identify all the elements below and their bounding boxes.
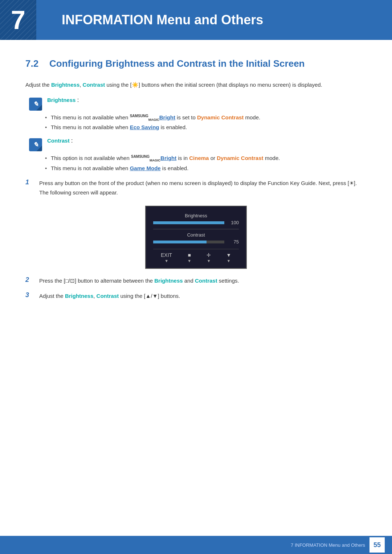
cinema-term: Cinema xyxy=(189,155,209,161)
chapter-number-block: 7 xyxy=(0,0,36,40)
step-2-number: 2 xyxy=(25,276,36,284)
page: 7 INFORMATION Menu and Others 7.2 Config… xyxy=(0,0,392,554)
section-number: 7.2 xyxy=(25,58,44,69)
page-header: 7 INFORMATION Menu and Others xyxy=(0,0,392,40)
brightness-note-block: ✎ Brightness : xyxy=(29,97,367,111)
footer-text: 7 INFORMATION Menu and Others xyxy=(291,542,365,548)
step2-brightness: Brightness xyxy=(154,278,183,284)
contrast-note-content: Contrast : xyxy=(47,138,367,144)
plus-label: ▼ xyxy=(207,259,211,263)
screen-footer-plus: ✛ ▼ xyxy=(207,252,211,263)
screen-footer-exit: EXIT ▼ xyxy=(161,252,172,263)
contrast-note-icon: ✎ xyxy=(29,138,42,151)
screen-brightness-fill xyxy=(153,221,224,224)
contrast-note-label: Contrast xyxy=(47,138,70,144)
step3-brightness: Brightness xyxy=(65,293,93,299)
footer-page-number: 55 xyxy=(369,537,385,553)
screen-contrast-track xyxy=(153,241,224,243)
brightness-colon: : xyxy=(75,97,79,103)
exit-label: ▼ xyxy=(164,259,168,263)
minus-icon: ■ xyxy=(188,252,191,258)
screen-footer-minus: ■ ▼ xyxy=(187,252,191,263)
game-mode-link: Game Mode xyxy=(130,165,161,171)
samsung-superscript: SAMSUNG xyxy=(130,114,148,118)
screen-contrast-label: Contrast xyxy=(153,232,239,238)
step-1: 1 Press any button on the front of the p… xyxy=(25,178,367,197)
screen-brightness-bar-container: 100 xyxy=(153,220,239,225)
contrast-bullet-1: This option is not available when SAMSUN… xyxy=(44,153,367,163)
step-2-text: Press the [□/⊡] button to alternate betw… xyxy=(39,276,367,286)
header-title: INFORMATION Menu and Others xyxy=(62,12,263,28)
step-3-number: 3 xyxy=(25,291,36,299)
contrast-bullet-2: This menu is not available when Game Mod… xyxy=(44,164,367,173)
minus-label: ▼ xyxy=(187,259,191,263)
section-heading: 7.2 Configuring Brightness and Contrast … xyxy=(25,58,367,69)
step-3: 3 Adjust the Brightness, Contrast using … xyxy=(25,291,367,301)
brightness-note-icon: ✎ xyxy=(29,98,42,111)
screen-contrast-bar-container: 75 xyxy=(153,239,239,245)
main-content: 7.2 Configuring Brightness and Contrast … xyxy=(0,40,392,335)
samsung-bright-link: Bright xyxy=(159,114,175,120)
contrast-note-block: ✎ Contrast : xyxy=(29,138,367,151)
screen-mockup-wrapper: Brightness 100 Contrast 75 xyxy=(25,206,367,269)
samsung-superscript-2: SAMSUNG xyxy=(131,155,150,159)
brightness-bullet-2: This menu is not available when Eco Savi… xyxy=(44,123,367,132)
intro-paragraph: Adjust the Brightness, Contrast using th… xyxy=(25,80,367,90)
brightness-note-label: Brightness xyxy=(47,97,75,103)
brightness-bullet-1: This menu is not available when SAMSUNGM… xyxy=(44,113,367,123)
screen-brightness-label: Brightness xyxy=(153,213,239,218)
screen-contrast-value: 75 xyxy=(228,239,239,245)
down-icon: ▼ xyxy=(226,252,231,258)
brightness-note-content: Brightness : xyxy=(47,97,367,103)
page-footer: 7 INFORMATION Menu and Others 55 xyxy=(0,536,392,554)
step-1-number: 1 xyxy=(25,178,36,186)
dynamic-contrast-term-2: Dynamic Contrast xyxy=(217,155,263,161)
brightness-term: Brightness xyxy=(51,82,79,88)
brightness-bullet-list: This menu is not available when SAMSUNGM… xyxy=(25,113,367,132)
magic-subscript-2: MAGIC xyxy=(150,159,160,162)
step-2: 2 Press the [□/⊡] button to alternate be… xyxy=(25,276,367,286)
screen-brightness-value: 100 xyxy=(228,220,239,225)
exit-icon: EXIT xyxy=(161,252,172,258)
dynamic-contrast-term: Dynamic Contrast xyxy=(197,114,244,120)
screen-footer-down: ▼ ▼ xyxy=(226,252,231,263)
contrast-term: Contrast xyxy=(83,82,105,88)
screen-brightness-track xyxy=(153,221,224,224)
plus-icon: ✛ xyxy=(207,252,211,258)
down-label: ▼ xyxy=(227,259,231,263)
step-1-text: Press any button on the front of the pro… xyxy=(39,178,367,197)
screen-footer: EXIT ▼ ■ ▼ ✛ ▼ ▼ ▼ xyxy=(153,249,239,263)
eco-saving-link: Eco Saving xyxy=(130,124,159,130)
samsung-bright-link-2: Bright xyxy=(160,155,176,161)
section-title: Configuring Brightness and Contrast in t… xyxy=(49,58,305,69)
step2-contrast: Contrast xyxy=(195,278,217,284)
contrast-bullet-list: This option is not available when SAMSUN… xyxy=(25,153,367,173)
magic-subscript: MAGIC xyxy=(148,118,159,122)
step3-contrast: Contrast xyxy=(97,293,119,299)
contrast-colon: : xyxy=(70,138,73,144)
step-3-text: Adjust the Brightness, Contrast using th… xyxy=(39,291,367,301)
sun-button-icon: ☀️ xyxy=(132,82,139,88)
screen-divider xyxy=(153,229,239,229)
screen-mockup: Brightness 100 Contrast 75 xyxy=(145,206,247,269)
screen-contrast-fill xyxy=(153,241,207,243)
